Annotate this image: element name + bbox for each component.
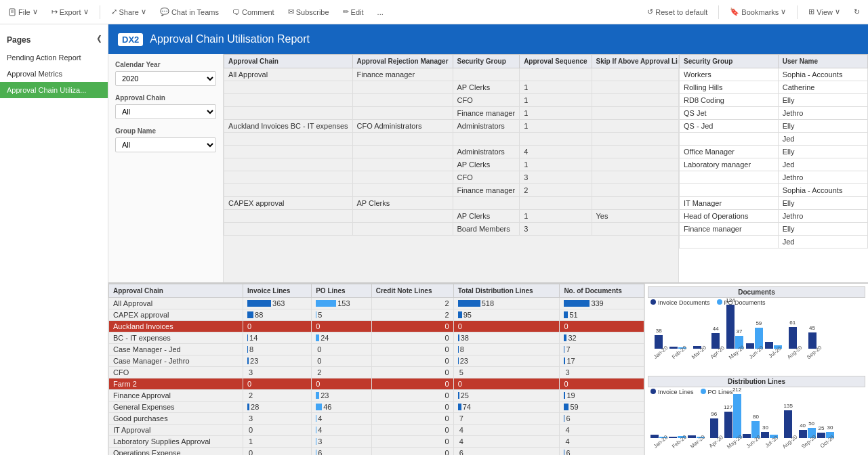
bottom-section: Approval Chain Invoice Lines PO Lines Cr… bbox=[108, 282, 868, 455]
cell-credit-lines: 0 bbox=[371, 413, 453, 425]
invoice-bar: 127 bbox=[724, 412, 732, 438]
file-btn[interactable]: File ∨ bbox=[5, 6, 41, 18]
export-btn[interactable]: ↦ Export ∨ bbox=[49, 6, 91, 18]
table-row: **** bbox=[224, 133, 679, 146]
dist-lines-chart-title: Distribution Lines bbox=[648, 376, 865, 387]
more-btn[interactable]: ... bbox=[375, 7, 386, 18]
right-panel[interactable]: Security Group User Name Workers Sophia … bbox=[678, 54, 868, 282]
cell-security-group: Finance manager bbox=[453, 107, 520, 120]
table-row: General Expenses 28 46 0 74 59 bbox=[109, 402, 644, 413]
cell-po-lines: 4 bbox=[312, 413, 371, 425]
calendar-year-select[interactable]: 2020 bbox=[115, 71, 216, 86]
cell-chain: CAPEX approval bbox=[109, 309, 243, 321]
table-row: CFO 3 2 0 5 3 bbox=[109, 367, 644, 378]
cell-approval-chain: CAPEX approval bbox=[224, 197, 353, 210]
subscribe-btn[interactable]: ✉ Subscribe bbox=[285, 6, 332, 18]
cell-rejection-manager bbox=[352, 171, 453, 184]
cell-inv-lines: 1 bbox=[243, 436, 312, 448]
refresh-btn[interactable]: ↻ bbox=[851, 6, 863, 18]
bar-group: 61Aug-20 bbox=[784, 327, 802, 361]
cell-sequence: 1 bbox=[520, 210, 592, 223]
bar-group: 30Jul-20 bbox=[761, 432, 778, 450]
cell-po-lines: 0 bbox=[312, 355, 371, 367]
cell-total-dist: 4 bbox=[453, 425, 560, 436]
table-row: IT Approval 0 4 0 4 4 bbox=[109, 425, 644, 436]
bar-group: Jan-20 bbox=[650, 435, 667, 450]
cell-rejection-manager bbox=[352, 133, 453, 146]
invoice-bar: 45 bbox=[808, 332, 817, 349]
cell-po-lines: 0 bbox=[312, 344, 371, 355]
cell-total-dist: 95 bbox=[453, 309, 560, 321]
cell-chain: Good purchases bbox=[109, 413, 243, 425]
bt-col-invoice: Invoice Lines bbox=[243, 284, 312, 298]
bookmarks-btn[interactable]: 🔖 Bookmarks ∨ bbox=[727, 6, 789, 18]
bar-group: 80Jun-20 bbox=[743, 421, 760, 450]
cell-sg: Office Manager bbox=[680, 146, 779, 158]
cell-skip bbox=[592, 107, 678, 120]
approval-chain-select[interactable]: All bbox=[115, 104, 216, 119]
approval-chain-table: Approval Chain Approval Rejection Manage… bbox=[224, 54, 678, 236]
cell-un: Catherine bbox=[778, 81, 867, 94]
view-btn[interactable]: ⊞ View ∨ bbox=[806, 6, 843, 18]
cell-sg bbox=[680, 133, 779, 146]
comment-btn[interactable]: 🗨 Comment bbox=[230, 7, 277, 18]
sidebar-collapse-icon[interactable]: 《 bbox=[93, 34, 101, 45]
main-table-area[interactable]: Approval Chain Approval Rejection Manage… bbox=[224, 54, 678, 282]
col-security-group: Security Group bbox=[453, 55, 520, 68]
cell-sequence bbox=[520, 133, 592, 146]
cell-skip bbox=[592, 171, 678, 184]
cell-po-lines: 24 bbox=[312, 332, 371, 344]
cell-credit-lines: 0 bbox=[371, 436, 453, 448]
share-btn[interactable]: ⤢ Share ∨ bbox=[108, 6, 149, 18]
list-item: Head of Operations Jethro bbox=[680, 210, 868, 223]
bt-col-total-dist: Total Distribution Lines bbox=[453, 284, 560, 298]
cell-po-lines: 2 bbox=[312, 367, 371, 378]
cell-num-docs: 6 bbox=[560, 413, 644, 425]
list-item: Laboratory manager Jed bbox=[680, 158, 868, 171]
cell-sg: Workers bbox=[680, 68, 779, 81]
cell-chain: Finance Approval bbox=[109, 390, 243, 402]
cell-num-docs: 7 bbox=[560, 344, 644, 355]
right-col-user-name: User Name bbox=[778, 55, 867, 68]
reset-btn[interactable]: ↺ Reset to default bbox=[644, 6, 710, 18]
sep3 bbox=[797, 5, 798, 19]
po-bar: 212 bbox=[733, 394, 741, 438]
chat-btn[interactable]: 💬 Chat in Teams bbox=[157, 6, 222, 18]
cell-sg bbox=[680, 184, 779, 197]
group-name-select[interactable]: All bbox=[115, 137, 216, 152]
invoice-bar: 135 bbox=[784, 410, 792, 438]
cell-num-docs: 0 bbox=[560, 321, 644, 332]
cell-credit-lines: 0 bbox=[371, 355, 453, 367]
cell-sequence: 1 bbox=[520, 120, 592, 133]
bar-group: 59Jun-20 bbox=[746, 328, 763, 361]
cell-total-dist: 518 bbox=[453, 298, 560, 309]
cell-un: Elly bbox=[778, 146, 867, 158]
cell-sg bbox=[680, 171, 779, 184]
cell-total-dist: 25 bbox=[453, 390, 560, 402]
filter-group-name: Group Name All bbox=[115, 127, 216, 152]
edit-btn[interactable]: ✏ Edit bbox=[340, 6, 367, 18]
cell-credit-lines: 2 bbox=[371, 309, 453, 321]
bar-group: 44Apr-20 bbox=[707, 333, 724, 361]
cell-sequence: 3 bbox=[520, 223, 592, 236]
sidebar-item-pending[interactable]: Pending Action Report bbox=[0, 49, 108, 66]
bottom-table-area[interactable]: Approval Chain Invoice Lines PO Lines Cr… bbox=[108, 284, 644, 455]
cell-sg: QS Jet bbox=[680, 107, 779, 120]
bt-col-chain: Approval Chain bbox=[109, 284, 243, 298]
bar-group: 127212May-20 bbox=[724, 394, 742, 450]
sidebar-item-metrics[interactable]: Approval Metrics bbox=[0, 66, 108, 82]
cell-skip: Yes bbox=[592, 210, 678, 223]
cell-inv-lines: 8 bbox=[243, 344, 312, 355]
cell-total-dist: 6 bbox=[453, 448, 560, 455]
file-icon bbox=[8, 8, 16, 16]
table-row: Finance manager 2 $1,500 **** bbox=[224, 184, 679, 197]
sidebar-item-approval-chain[interactable]: Approval Chain Utiliza... bbox=[0, 82, 108, 98]
approval-chain-label: Approval Chain bbox=[115, 94, 216, 102]
cell-credit-lines: 0 bbox=[371, 448, 453, 455]
cell-rejection-manager: AP Clerks bbox=[352, 197, 453, 210]
logo: DX2 bbox=[118, 33, 143, 46]
cell-total-dist: 74 bbox=[453, 402, 560, 413]
cell-po-lines: 0 bbox=[312, 321, 371, 332]
cell-skip bbox=[592, 68, 678, 81]
bt-col-po: PO Lines bbox=[312, 284, 371, 298]
